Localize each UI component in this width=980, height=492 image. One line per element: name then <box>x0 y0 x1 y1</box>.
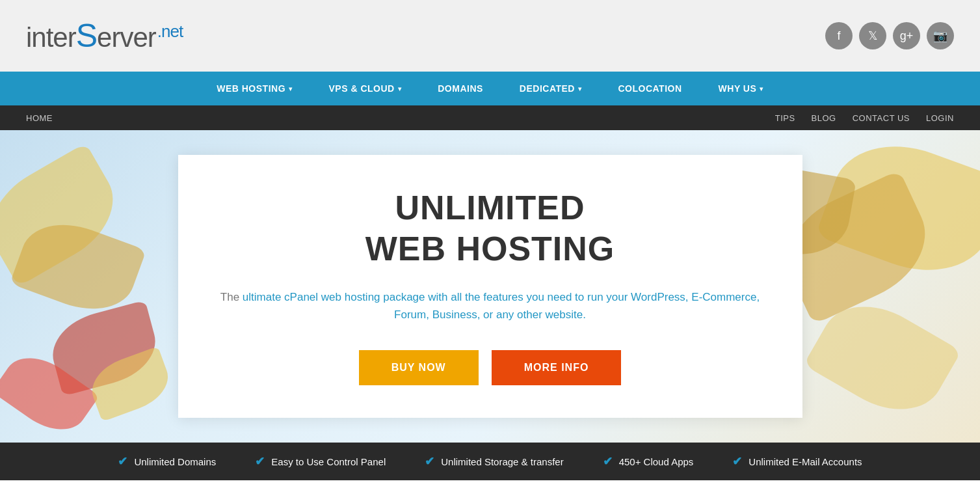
nav-domains[interactable]: DOMAINS <box>419 72 501 105</box>
main-nav: WEB HOSTING ▾ VPS & CLOUD ▾ DOMAINS DEDI… <box>0 72 980 105</box>
why-us-caret: ▾ <box>760 85 763 92</box>
feature-easy-cpanel: ✔ Easy to Use Control Panel <box>255 454 386 469</box>
check-icon-1: ✔ <box>118 454 127 469</box>
subnav-home[interactable]: Home <box>20 105 59 130</box>
dedicated-caret: ▾ <box>578 85 582 92</box>
subnav-blog[interactable]: BLOG <box>805 105 843 130</box>
social-icons-container: f 𝕏 g+ 📷 <box>825 22 954 49</box>
feature-unlimited-domains: ✔ Unlimited Domains <box>118 454 216 469</box>
check-icon-5: ✔ <box>732 454 742 469</box>
subnav-contact-us[interactable]: CONTACT US <box>846 105 916 130</box>
twitter-icon[interactable]: 𝕏 <box>859 22 886 49</box>
googleplus-icon[interactable]: g+ <box>893 22 920 49</box>
subnav-left: Home <box>20 105 59 130</box>
more-info-button[interactable]: MORE INFO <box>492 350 622 385</box>
feature-cloud-apps: ✔ 450+ Cloud Apps <box>603 454 694 469</box>
nav-vps-cloud[interactable]: VPS & CLOUD ▾ <box>311 72 420 105</box>
subnav-right: TIPS BLOG CONTACT US LOGIN <box>769 105 960 130</box>
facebook-icon[interactable]: f <box>825 22 853 49</box>
subnav-tips[interactable]: TIPS <box>769 105 802 130</box>
features-bar: ✔ Unlimited Domains ✔ Easy to Use Contro… <box>0 443 980 480</box>
subnav: Home TIPS BLOG CONTACT US LOGIN <box>0 105 980 130</box>
hero-title: UNLIMITED WEB HOSTING <box>217 187 763 269</box>
check-icon-2: ✔ <box>255 454 265 469</box>
hero-subtitle: The ultimate cPanel web hosting package … <box>217 288 763 323</box>
nav-colocation[interactable]: COLOCATION <box>600 72 700 105</box>
hero-buttons: BUY NOW MORE INFO <box>217 350 763 385</box>
hero-section: UNLIMITED WEB HOSTING The ultimate cPane… <box>0 130 980 443</box>
web-hosting-caret: ▾ <box>289 85 293 92</box>
nav-why-us[interactable]: WHY US ▾ <box>700 72 782 105</box>
logo[interactable]: interServer.net <box>26 17 183 55</box>
hero-card: UNLIMITED WEB HOSTING The ultimate cPane… <box>178 155 802 417</box>
feature-unlimited-storage: ✔ Unlimited Storage & transfer <box>425 454 563 469</box>
logo-text: interServer.net <box>26 17 183 55</box>
page-header: interServer.net f 𝕏 g+ 📷 <box>0 0 980 72</box>
subnav-login[interactable]: LOGIN <box>920 105 960 130</box>
nav-web-hosting[interactable]: WEB HOSTING ▾ <box>198 72 310 105</box>
feature-unlimited-email: ✔ Unlimited E-Mail Accounts <box>732 454 862 469</box>
check-icon-3: ✔ <box>425 454 434 469</box>
check-icon-4: ✔ <box>603 454 613 469</box>
instagram-icon[interactable]: 📷 <box>927 22 954 49</box>
vps-cloud-caret: ▾ <box>398 85 402 92</box>
nav-dedicated[interactable]: DEDICATED ▾ <box>501 72 600 105</box>
buy-now-button[interactable]: BUY NOW <box>359 350 479 385</box>
